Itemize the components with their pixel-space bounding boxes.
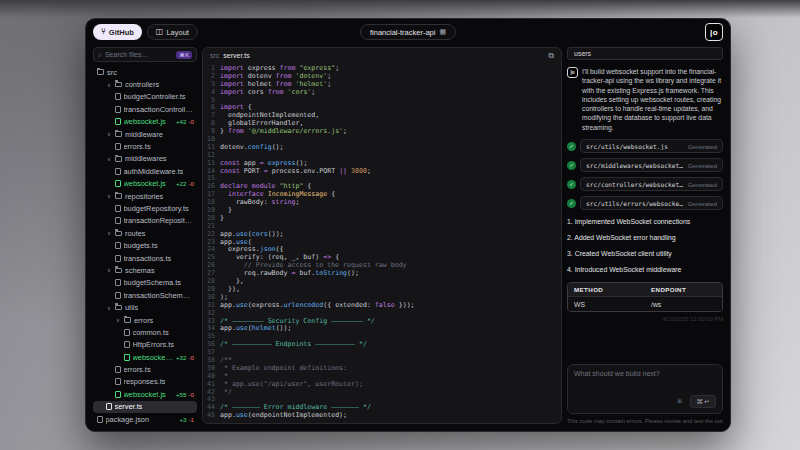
code-editor: src server.ts ⧉ 1import express from "ex… [202, 47, 562, 424]
steps-list: 1. Implemented WebSocket connections2. A… [567, 218, 723, 282]
tree-item-schemas[interactable]: ∨schemas [93, 264, 197, 276]
chevron-down-icon: ∨ [106, 82, 112, 88]
generated-file-chip[interactable]: ✓src/middlewares/websocket.jsGenerated [567, 158, 723, 172]
tree-item-transactionrepository-ts[interactable]: transactionRepository.ts [93, 215, 197, 227]
copy-icon[interactable]: ⧉ [548, 51, 554, 61]
code-text: const PORT = process.env.PORT || 3000; [220, 168, 371, 176]
table-cell: /ws [645, 296, 722, 311]
step-item: 1. Implemented WebSocket connections [567, 218, 723, 225]
removed-lines: -0 [188, 391, 194, 398]
github-icon: ⑂ [101, 28, 106, 36]
tree-item-controllers[interactable]: ∨controllers [93, 78, 197, 90]
file-name: budgetSchema.ts [124, 278, 182, 287]
tree-item-budgetschema-ts[interactable]: budgetSchema.ts [93, 277, 197, 289]
code-area[interactable]: 1import express from "express";2import d… [203, 63, 561, 423]
chevron-down-icon: ∨ [115, 317, 121, 323]
tree-item-budgets-ts[interactable]: budgets.ts [93, 239, 197, 251]
tree-item-errors-ts[interactable]: errors.ts [93, 140, 197, 152]
tree-item-responses-ts[interactable]: responses.ts [93, 376, 197, 388]
tree-item-budgetcontroller-ts[interactable]: budgetController.ts [93, 91, 197, 103]
file-icon [115, 378, 121, 385]
code-line: 39 * Example endpoint definitions: [203, 365, 561, 373]
file-name: errors [134, 316, 153, 325]
folder-icon [115, 193, 122, 199]
tree-item-transactions-ts[interactable]: transactions.ts [93, 252, 197, 264]
project-icon: ▦ [439, 28, 446, 36]
step-item: 2. Added WebSocket error handling [567, 234, 723, 241]
tree-item-utils[interactable]: ∨utils [93, 301, 197, 313]
tree-item-errors-ts[interactable]: errors.ts [93, 363, 197, 375]
tree-item-repositories[interactable]: ∨repositories [93, 190, 197, 202]
diff-stats: +32-0 [176, 354, 194, 361]
tree-item-server-ts[interactable]: server.ts [93, 401, 197, 413]
file-name: middleware [125, 130, 163, 139]
project-title-pill[interactable]: financial-tracker-api ▦ [360, 24, 456, 40]
sparkle-icon[interactable]: ✳ [677, 397, 684, 406]
tree-item-websocket-js[interactable]: websocket.js+22-0 [93, 178, 197, 190]
folder-icon [115, 268, 122, 274]
generated-file-chip[interactable]: ✓src/controllers/websocket.jsGenerated [567, 177, 723, 191]
tree-item-websocket-js[interactable]: websocket.js+55-0 [93, 388, 197, 400]
status-badge: Generated [688, 200, 717, 207]
chevron-down-icon: ∨ [106, 131, 112, 137]
code-line: 14const PORT = process.env.PORT || 3000; [203, 168, 561, 176]
status-badge: Generated [688, 181, 717, 188]
file-path: src/utils/websocket.js [586, 143, 668, 150]
generated-file-chip[interactable]: ✓src/utils/websocket.jsGenerated [567, 139, 723, 153]
folder-icon [115, 305, 122, 311]
code-text: /* —————————— Endpoints —————————— */ [220, 341, 367, 349]
file-chip-card: src/controllers/websocket.jsGenerated [580, 177, 723, 191]
send-button[interactable]: ⌘ ↵ [690, 395, 716, 408]
chevron-down-icon: ∨ [106, 193, 112, 199]
chat-input[interactable]: What should we build next? ✳ ⌘ ↵ [567, 364, 723, 414]
github-button[interactable]: ⑂ GitHub [93, 24, 142, 40]
check-icon: ✓ [567, 161, 576, 170]
chevron-down-icon: ∨ [106, 267, 112, 273]
search-input[interactable]: ⌕ Search files... ⌘K [93, 47, 197, 62]
code-text: app.use(endpointNotImplemented); [220, 412, 347, 420]
folder-icon [115, 156, 122, 162]
file-icon [115, 255, 121, 262]
folder-icon [124, 317, 131, 323]
tree-item-websocket-js[interactable]: websocket.js+32-0 [93, 351, 197, 363]
tree-item-errors[interactable]: ∨errors [93, 314, 197, 326]
file-icon [115, 366, 121, 373]
file-icon [115, 292, 121, 299]
tree-item-transactionschema-ts[interactable]: transactionSchema.ts [93, 289, 197, 301]
code-line: 9} from '@/middleware/errors.js'; [203, 128, 561, 136]
tree-item-authmiddleware-ts[interactable]: authMiddleware.ts [93, 165, 197, 177]
tree-item-src[interactable]: src [93, 66, 197, 78]
tree-item-httperrors-ts[interactable]: HttpErrors.ts [93, 339, 197, 351]
status-badge: Generated [688, 143, 717, 150]
file-name: src [107, 68, 117, 77]
file-path: src/controllers/websocket.js [586, 181, 684, 188]
diff-stats: +3-1 [179, 416, 194, 423]
editor-breadcrumb: src server.ts ⧉ [203, 48, 561, 63]
file-icon [106, 403, 112, 410]
tree-item-websocket-js[interactable]: websocket.js+42-0 [93, 116, 197, 128]
file-name: errors.ts [124, 142, 151, 151]
tree-item-middleware[interactable]: ∨middleware [93, 128, 197, 140]
file-name: HttpErrors.ts [133, 340, 174, 349]
file-name: websocket.js [133, 353, 173, 362]
file-icon [115, 106, 121, 113]
table-header-cell: METHOD [568, 283, 645, 296]
tree-item-middlewares[interactable]: ∨middlewares [93, 153, 197, 165]
file-name: routes [125, 229, 146, 238]
tab-users[interactable]: users [567, 47, 723, 60]
file-name: middlewares [125, 154, 167, 163]
tab-users-label: users [574, 50, 591, 57]
file-icon [97, 416, 103, 423]
code-line: 5 [203, 97, 561, 105]
input-actions: ✳ ⌘ ↵ [574, 395, 716, 408]
main-content: ⌕ Search files... ⌘K src∨controllersbudg… [86, 45, 730, 431]
tree-item-budgetrepository-ts[interactable]: budgetRepository.ts [93, 202, 197, 214]
layout-button[interactable]: ◫ Layout [147, 24, 198, 40]
tree-item-routes[interactable]: ∨routes [93, 227, 197, 239]
code-line: 42 */ [203, 389, 561, 397]
tree-item-common-ts[interactable]: common.ts [93, 326, 197, 338]
tree-item-package-json[interactable]: package.json+3-1 [93, 413, 197, 424]
generated-file-chip[interactable]: ✓src/utils/errors/websocket.jsGenerated [567, 196, 723, 210]
tree-item-transactioncontroller-ts[interactable]: transactionController.ts [93, 103, 197, 115]
check-icon: ✓ [567, 142, 576, 151]
